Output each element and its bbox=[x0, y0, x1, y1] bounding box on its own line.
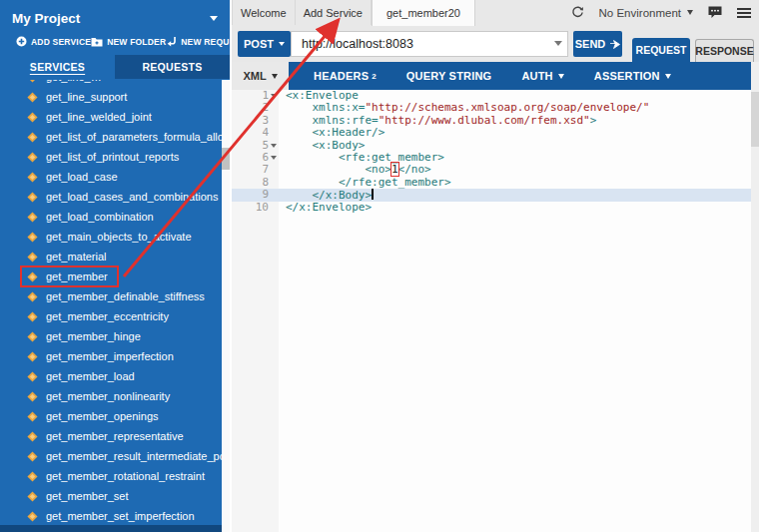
toolbar-item-headers[interactable]: HEADERS2 bbox=[299, 62, 391, 90]
line-number: 9 bbox=[232, 189, 279, 201]
service-item[interactable]: get_member_imperfection bbox=[0, 346, 222, 366]
request-bar: POST SEND REQUEST RESPONSE bbox=[232, 25, 759, 62]
method-dropdown[interactable]: POST bbox=[238, 31, 291, 57]
sidebar-horizontal-scrollbar[interactable] bbox=[0, 525, 222, 532]
environment-selector[interactable]: No Environment bbox=[599, 7, 693, 19]
tab-requests[interactable]: REQUESTS bbox=[115, 55, 230, 79]
sidebar-scrollbar-thumb[interactable] bbox=[222, 148, 230, 170]
new-folder-button[interactable]: NEW FOLDER bbox=[91, 37, 166, 47]
document-tabstrip: Welcome Add Service get_member20 No Envi… bbox=[232, 0, 759, 26]
editor-scrollbar-thumb[interactable] bbox=[751, 92, 759, 147]
fold-icon[interactable] bbox=[269, 90, 279, 102]
url-input[interactable] bbox=[291, 31, 568, 57]
service-item-label: get_member_rotational_restraint bbox=[46, 470, 205, 482]
service-diamond-icon bbox=[27, 92, 38, 103]
url-field-wrap bbox=[291, 31, 568, 57]
add-service-button[interactable]: ADD SERVICE bbox=[16, 36, 91, 47]
service-item[interactable]: get_member_rotational_restraint bbox=[0, 466, 222, 486]
code-area: 1<x:Envelope2 xmlns:x="http://schemas.xm… bbox=[232, 90, 751, 214]
service-item[interactable]: get_member_hinge bbox=[0, 326, 222, 346]
sidebar-scrollbar[interactable] bbox=[222, 80, 230, 532]
service-item[interactable]: get_member_set bbox=[0, 486, 222, 506]
chevron-down-icon bbox=[210, 16, 218, 21]
toolbar-item-auth[interactable]: AUTH bbox=[506, 62, 578, 90]
code-line[interactable]: 10</x:Envelope> bbox=[232, 202, 751, 214]
service-item[interactable]: get_member_eccentricity bbox=[0, 306, 222, 326]
sidebar-actions: ADD SERVICE NEW FOLDER NEW REQUEST bbox=[0, 32, 230, 53]
service-item[interactable]: get_load_case bbox=[0, 167, 222, 187]
fold-spacer bbox=[269, 165, 279, 177]
service-item[interactable]: get_member bbox=[0, 266, 222, 286]
service-item[interactable]: get_list_of_printout_reports bbox=[0, 147, 222, 167]
service-item[interactable]: get_member_openings bbox=[0, 406, 222, 426]
service-item[interactable]: get_load_combination bbox=[0, 207, 222, 227]
line-number: 6 bbox=[232, 152, 279, 164]
service-diamond-icon bbox=[27, 80, 38, 83]
fold-icon[interactable] bbox=[269, 140, 279, 152]
chevron-down-icon bbox=[272, 74, 278, 79]
tab-request[interactable]: REQUEST bbox=[632, 38, 690, 62]
send-label: SEND bbox=[575, 38, 606, 50]
plus-circle-icon bbox=[16, 36, 27, 47]
topbar-right-controls: No Environment bbox=[571, 0, 751, 25]
service-item[interactable]: get_member_representative bbox=[0, 426, 222, 446]
code-text: </x:Envelope> bbox=[279, 202, 372, 214]
comment-icon[interactable] bbox=[708, 6, 722, 19]
service-diamond-icon bbox=[27, 152, 38, 163]
code-line[interactable]: 8 </rfe:get_member> bbox=[232, 177, 751, 189]
service-diamond-icon bbox=[27, 212, 38, 223]
tab-add-service[interactable]: Add Service bbox=[296, 0, 372, 25]
fold-spacer bbox=[269, 189, 279, 201]
service-item[interactable]: get_line_welded_joint bbox=[0, 107, 222, 127]
toolbar-item-badge: 2 bbox=[372, 72, 377, 81]
service-item-label: get_member_load bbox=[46, 370, 135, 382]
tab-response[interactable]: RESPONSE bbox=[695, 39, 754, 62]
service-item[interactable]: get_member_nonlinearity bbox=[0, 386, 222, 406]
editor-scrollbar[interactable] bbox=[751, 62, 759, 532]
service-item-label: get_member_representative bbox=[46, 430, 184, 442]
toolbar-item-query-string[interactable]: QUERY STRING bbox=[391, 62, 507, 90]
service-item[interactable]: get_member_definable_stiffness bbox=[0, 286, 222, 306]
menu-icon[interactable] bbox=[737, 8, 751, 18]
chevron-down-icon bbox=[665, 74, 671, 79]
service-item[interactable]: get_member_load bbox=[0, 366, 222, 386]
service-item[interactable]: get_load_cases_and_combinations bbox=[0, 187, 222, 207]
toolbar-item-label: QUERY STRING bbox=[406, 70, 492, 82]
fold-icon[interactable] bbox=[269, 152, 279, 164]
service-item[interactable]: get_line_… bbox=[0, 80, 222, 87]
project-title: My Project bbox=[12, 11, 80, 26]
service-item-label: get_line_… bbox=[46, 80, 102, 83]
service-item[interactable]: get_main_objects_to_activate bbox=[0, 227, 222, 247]
service-item[interactable]: get_list_of_parameters_formula_allow... bbox=[0, 127, 222, 147]
tab-services[interactable]: SERVICES bbox=[0, 55, 115, 79]
service-item[interactable]: get_member_result_intermediate_point bbox=[0, 446, 222, 466]
service-item[interactable]: get_member_set_imperfection bbox=[0, 506, 222, 525]
url-history-chevron-icon[interactable] bbox=[554, 41, 562, 46]
xml-editor[interactable]: 1<x:Envelope2 xmlns:x="http://schemas.xm… bbox=[232, 90, 751, 532]
service-diamond-icon bbox=[27, 371, 38, 382]
service-diamond-icon bbox=[27, 311, 38, 322]
add-service-label: ADD SERVICE bbox=[31, 37, 91, 47]
services-list: get_line_… get_line_support get_line_wel… bbox=[0, 80, 222, 525]
service-item[interactable]: get_line_support bbox=[0, 87, 222, 107]
line-number: 10 bbox=[232, 202, 279, 214]
service-diamond-icon bbox=[27, 511, 38, 522]
tab-get-member20[interactable]: get_member20 bbox=[372, 0, 475, 26]
toolbar-item-assertion[interactable]: ASSERTION bbox=[579, 62, 686, 90]
service-item-label: get_member_result_intermediate_point bbox=[46, 450, 222, 462]
service-item[interactable]: get_material bbox=[0, 247, 222, 266]
line-number: 8 bbox=[232, 177, 279, 189]
service-diamond-icon bbox=[27, 391, 38, 402]
refresh-icon[interactable] bbox=[571, 6, 584, 19]
service-item-label: get_material bbox=[46, 251, 107, 263]
toolbar-item-label: HEADERS bbox=[314, 70, 369, 82]
tab-welcome[interactable]: Welcome bbox=[232, 0, 296, 25]
toolbar-item-label: ASSERTION bbox=[594, 70, 660, 82]
body-type-label: XML bbox=[243, 70, 266, 82]
service-diamond-icon bbox=[27, 252, 38, 263]
body-type-dropdown[interactable]: XML bbox=[232, 62, 289, 90]
send-button[interactable]: SEND bbox=[573, 31, 622, 57]
project-header[interactable]: My Project bbox=[0, 0, 230, 32]
toolbar-items: HEADERS2QUERY STRINGAUTHASSERTION bbox=[299, 62, 686, 90]
service-item-label: get_member_imperfection bbox=[46, 350, 174, 362]
